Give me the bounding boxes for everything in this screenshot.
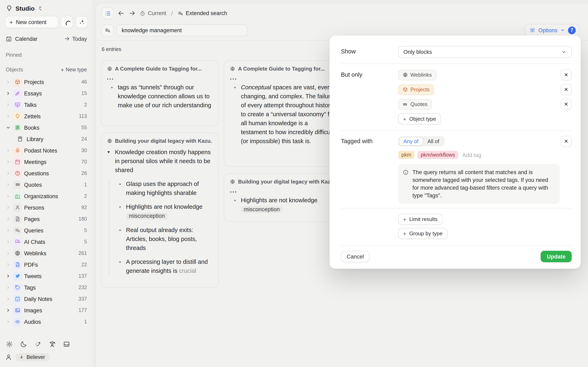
sidebar-item-meetings[interactable]: Meetings 70 xyxy=(5,156,88,167)
workspace-switcher[interactable]: Studio xyxy=(5,4,88,16)
match-any-option[interactable]: Any of xyxy=(399,137,423,146)
sparkle-arrow-icon[interactable] xyxy=(34,341,42,348)
sidebar-item-queries[interactable]: Queries 5 xyxy=(5,225,88,236)
back-button[interactable] xyxy=(118,10,125,17)
search-button[interactable] xyxy=(61,16,73,28)
chevron-right-icon[interactable] xyxy=(6,194,11,199)
gear-icon[interactable] xyxy=(6,341,13,348)
new-content-button[interactable]: + New content xyxy=(5,16,58,28)
chevron-right-icon[interactable] xyxy=(6,228,11,233)
result-card[interactable]: Building your digital legacy with Kazu..… xyxy=(101,133,218,288)
sidebar-item-pages[interactable]: Pages 180 xyxy=(5,213,88,225)
chevron-right-icon[interactable] xyxy=(6,285,11,290)
collapsed-indicator[interactable]: ... xyxy=(107,75,212,80)
sidebar-item-library[interactable]: Library 24 xyxy=(5,133,88,145)
card-title[interactable]: Building your digital legacy with Kazu..… xyxy=(107,138,212,144)
card-title[interactable]: Building your digital legacy with Kazu..… xyxy=(230,179,335,185)
sidebar-item-weblinks[interactable]: Weblinks 261 xyxy=(5,248,88,259)
view-switch-button[interactable] xyxy=(102,7,113,19)
type-filter-chip-quotes[interactable]: 99 Quotes xyxy=(398,99,432,109)
chevron-right-icon[interactable] xyxy=(6,205,11,210)
chevron-right-icon[interactable] xyxy=(6,274,11,278)
sidebar-item-persons[interactable]: Persons 92 xyxy=(5,202,88,213)
chevron-right-icon[interactable] xyxy=(6,171,11,176)
sidebar-item-podast-notes[interactable]: Podast Notes 30 xyxy=(5,145,88,156)
sidebar-item-tags[interactable]: Tags 232 xyxy=(5,282,88,293)
result-card[interactable]: A Complete Guide to Tagging for... ... •… xyxy=(101,60,218,126)
account-icon[interactable] xyxy=(5,354,12,361)
limit-results-button[interactable]: + Limit results xyxy=(398,214,442,225)
chevron-right-icon[interactable] xyxy=(6,296,11,301)
remove-tagged-filter-button[interactable]: ✕ xyxy=(561,136,572,147)
result-card[interactable]: A Complete Guide to Tagging for... ... •… xyxy=(224,60,341,167)
sidebar-item-quotes[interactable]: 99 Quotes 1 xyxy=(5,179,88,191)
update-button[interactable]: Update xyxy=(541,251,572,262)
chevron-down-icon[interactable] xyxy=(6,125,11,130)
sidebar-item-pdfs[interactable]: PDF PDFs 22 xyxy=(5,259,88,270)
sidebar-item-daily-notes[interactable]: Daily Notes 337 xyxy=(5,293,88,305)
sidebar-item-questions[interactable]: Questions 26 xyxy=(5,167,88,179)
card-title[interactable]: A Complete Guide to Tagging for... xyxy=(107,66,212,72)
sidebar-item-talks[interactable]: Talks 2 xyxy=(5,99,88,110)
collapsed-indicator[interactable]: ... xyxy=(230,75,335,80)
group-by-type-button[interactable]: + Group by type xyxy=(398,228,448,239)
cancel-button[interactable]: Cancel xyxy=(341,251,370,262)
bullet-item[interactable]: • Real output already exits: Articles, b… xyxy=(119,225,212,252)
ai-sparkles-button[interactable] xyxy=(76,16,88,28)
remove-filter-button[interactable]: ✕ xyxy=(561,99,572,110)
sidebar-item-projects[interactable]: Projects 46 xyxy=(5,76,88,88)
collapse-triangle-icon[interactable]: ▼ xyxy=(107,148,112,175)
today-link[interactable]: Today xyxy=(64,36,87,42)
options-button[interactable]: Options 7 xyxy=(525,24,580,36)
bullet-item[interactable]: • tags as “tunnels” through our knowledg… xyxy=(111,83,212,110)
chevron-right-icon[interactable] xyxy=(6,182,11,187)
sidebar-item-zettels[interactable]: Zettels 113 xyxy=(5,110,88,122)
search-input[interactable]: knowledge management xyxy=(116,24,248,36)
chevron-right-icon[interactable] xyxy=(6,159,11,164)
sidebar-item-organizations[interactable]: Organizations 2 xyxy=(5,191,88,202)
show-select[interactable]: Only blocks xyxy=(398,46,572,58)
academy-icon[interactable] xyxy=(49,341,56,348)
moon-icon[interactable] xyxy=(20,341,27,348)
chevron-right-icon[interactable] xyxy=(6,262,11,267)
query-type-button[interactable] xyxy=(102,24,113,36)
forward-button[interactable] xyxy=(129,10,136,17)
calendar-row[interactable]: 12 Calendar Today xyxy=(6,33,87,44)
collapsed-indicator[interactable]: ... xyxy=(230,188,335,192)
sidebar-item-tweets[interactable]: Tweets 137 xyxy=(5,270,88,282)
type-filter-chip-weblinks[interactable]: Weblinks xyxy=(398,69,436,80)
chevron-right-icon[interactable] xyxy=(6,251,11,256)
type-filter-chip-projects[interactable]: Projects xyxy=(398,84,434,95)
tag-chip-pkm[interactable]: pkm xyxy=(398,151,415,159)
chevron-right-icon[interactable] xyxy=(6,102,11,107)
bullet-item[interactable]: • Conceptual spaces are vast, ever-chang… xyxy=(234,83,335,146)
add-tag-input[interactable]: Add tag xyxy=(462,152,481,158)
card-title[interactable]: A Complete Guide to Tagging for... xyxy=(230,66,335,72)
inbox-icon[interactable] xyxy=(63,341,70,348)
bullet-item[interactable]: • Highlights are not knowledgemisconcept… xyxy=(234,196,335,214)
bullet-item[interactable]: • A processing layer to distill and gene… xyxy=(119,257,212,275)
tag-chip-pkm-workflows[interactable]: pkm/workflows xyxy=(417,151,458,159)
sidebar-item-essays[interactable]: Essays 15 xyxy=(5,88,88,99)
bullet-item[interactable]: • Glasp uses the approach of making high… xyxy=(119,179,212,197)
chevron-right-icon[interactable] xyxy=(6,148,11,153)
bullet-item[interactable]: • Highlights are not knowledgemisconcept… xyxy=(119,202,212,221)
new-type-button[interactable]: + New type xyxy=(61,67,87,73)
add-object-type-button[interactable]: + Object type xyxy=(398,113,441,124)
remove-filter-button[interactable]: ✕ xyxy=(561,84,572,95)
chevron-updown-icon[interactable] xyxy=(37,6,43,11)
chevron-right-icon[interactable] xyxy=(6,217,11,221)
sidebar-item-books[interactable]: Books 55 xyxy=(5,122,88,133)
tag-chip[interactable]: misconception xyxy=(126,213,168,219)
plan-badge[interactable]: Believer xyxy=(16,353,49,361)
sidebar-item-ai-chats[interactable]: AI Chats 5 xyxy=(5,236,88,248)
sidebar-item-audios[interactable]: Audios 1 xyxy=(5,316,88,327)
breadcrumb-extended-search[interactable]: Extended search xyxy=(178,10,227,16)
chevron-right-icon[interactable] xyxy=(6,239,11,244)
tag-chip[interactable]: misconception xyxy=(241,206,283,213)
remove-filter-button[interactable]: ✕ xyxy=(561,69,572,80)
chevron-right-icon[interactable] xyxy=(6,319,11,324)
chevron-right-icon[interactable] xyxy=(6,114,11,119)
breadcrumb-current[interactable]: Current xyxy=(140,10,166,16)
match-all-option[interactable]: All of xyxy=(423,137,444,146)
